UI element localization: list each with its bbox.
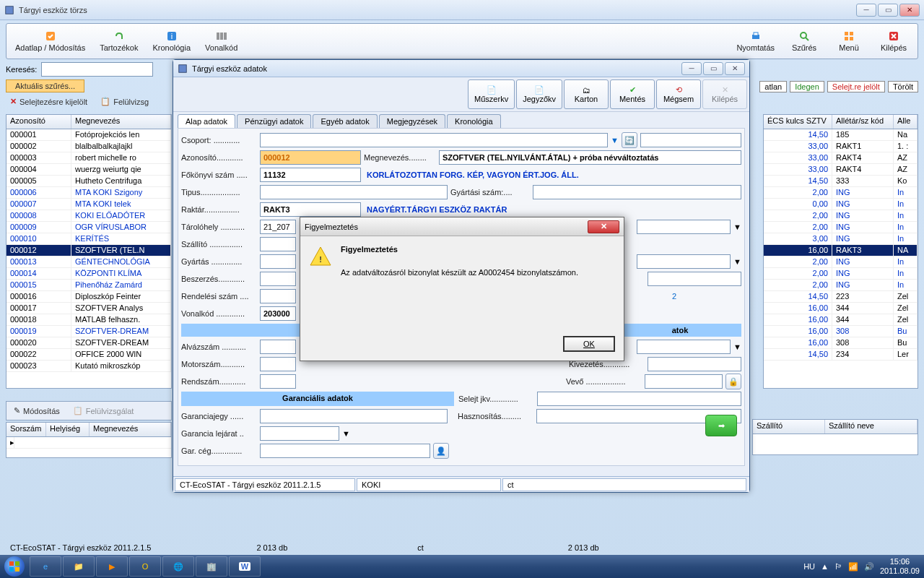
table-row[interactable]: 000012SZOFTVER (TEL.N: [6, 245, 171, 256]
tab-egyeb[interactable]: Egyéb adatok: [313, 114, 377, 128]
table-row[interactable]: 14,50333Ko: [764, 176, 918, 187]
table-row[interactable]: 000010KERÍTÉS: [6, 233, 171, 245]
karton-button[interactable]: 🗂Karton: [564, 79, 609, 109]
alvazszam-input[interactable]: [260, 340, 296, 354]
mentes-button[interactable]: ✔Mentés: [610, 79, 655, 109]
table-row[interactable]: 000008KOKI ELŐADÓTER: [6, 210, 171, 222]
col-alletar[interactable]: Allétár/sz kód: [832, 115, 894, 129]
azonosito-input[interactable]: [260, 150, 361, 165]
alert-ok-button[interactable]: OK: [563, 336, 615, 352]
fokonyv-input[interactable]: [260, 168, 361, 182]
table-row[interactable]: 33,00RAKT4AZ: [764, 152, 918, 164]
garceg-person-button[interactable]: 👤: [433, 443, 449, 459]
tab-alap[interactable]: Alap adatok: [178, 114, 235, 128]
close-button[interactable]: ✕: [899, 4, 920, 17]
tipus-input[interactable]: [260, 185, 448, 199]
rendelesi-input[interactable]: [260, 289, 296, 303]
task-word[interactable]: W: [229, 556, 261, 577]
menu-button[interactable]: Menü: [827, 26, 871, 56]
table-row[interactable]: 000013GÉNTECHNOLÓGIA: [6, 256, 171, 268]
table-row[interactable]: 14,50223Zel: [764, 291, 918, 303]
col-megnevezes2[interactable]: Megnevezés: [90, 423, 171, 436]
adatlap-button[interactable]: Adatlap / Módosítás: [9, 26, 92, 56]
right-grid-body[interactable]: 14,50185Na33,00RAKT11. :33,00RAKT4AZ33,0…: [764, 129, 918, 361]
alert-close-button[interactable]: ✕: [588, 220, 619, 233]
col-szallito-neve[interactable]: Szállító neve: [825, 420, 918, 434]
table-row[interactable]: 2,00INGIn: [764, 187, 918, 199]
gyartasi-input[interactable]: [533, 185, 741, 199]
table-row[interactable]: 000009OGR VÍRUSLABOR: [6, 222, 171, 233]
garanciajegy-input[interactable]: [260, 409, 448, 423]
col-megnevezes[interactable]: Megnevezés: [71, 115, 171, 129]
task-ie[interactable]: e: [30, 556, 61, 577]
table-row[interactable]: 000022OFFICE 2000 WIN: [6, 349, 171, 361]
vonalkod-input[interactable]: [260, 306, 296, 321]
kivezetes-input[interactable]: [648, 357, 741, 371]
selejt-input[interactable]: [537, 392, 741, 406]
muszerkv-button[interactable]: 📄Műszerkv: [468, 79, 515, 109]
task-explorer[interactable]: 📁: [63, 556, 95, 577]
task-app1[interactable]: 🌐: [162, 556, 194, 577]
beszerzes-input[interactable]: [260, 272, 296, 286]
flag-icon[interactable]: 🏳: [834, 562, 842, 571]
garceg-input[interactable]: [260, 444, 430, 458]
start-button[interactable]: [0, 555, 29, 578]
gyartas-combo[interactable]: [637, 254, 731, 269]
kilepes-button[interactable]: Kilépés: [872, 26, 915, 56]
table-row[interactable]: 33,00RAKT11. :: [764, 141, 918, 152]
table-row[interactable]: 2,00INGIn: [764, 280, 918, 291]
table-row[interactable]: 2,00INGIn: [764, 268, 918, 280]
tab-penzugyi[interactable]: Pénzügyi adatok: [237, 114, 311, 128]
clock[interactable]: 15:06 2011.08.09: [880, 557, 920, 576]
volume-icon[interactable]: 🔊: [864, 562, 874, 571]
next-button[interactable]: ➡: [705, 415, 737, 436]
table-row[interactable]: 000016Diploszkóp Feinter: [6, 291, 171, 303]
task-app2[interactable]: 🏢: [196, 556, 227, 577]
maximize-button[interactable]: ▭: [878, 4, 898, 17]
filter-selejt[interactable]: Selejt.re jelölt: [827, 81, 885, 92]
table-row[interactable]: 000007MTA KOKI telek: [6, 199, 171, 210]
current-filter-button[interactable]: Aktuális szűrés...: [6, 79, 84, 92]
rendszam-input[interactable]: [260, 374, 296, 389]
table-row[interactable]: 000006MTA KOKI Szigony: [6, 187, 171, 199]
table-row[interactable]: 000001Fotóprojekciós len: [6, 129, 171, 141]
table-row[interactable]: 000015Pihenőház Zamárd: [6, 280, 171, 291]
table-row[interactable]: 000002blalbalbalkajlajkl: [6, 141, 171, 152]
table-row[interactable]: 000020SZOFTVER-DREAM: [6, 337, 171, 349]
table-row[interactable]: 16,00344Zel: [764, 303, 918, 314]
table-row[interactable]: 0,00INGIn: [764, 199, 918, 210]
filter-atlan[interactable]: atlan: [759, 81, 787, 92]
csoport-combo[interactable]: [260, 133, 608, 147]
csoport-extra[interactable]: [640, 133, 741, 147]
table-row[interactable]: 000017SZOFTVER Analys: [6, 303, 171, 314]
vevo-input[interactable]: [645, 374, 723, 389]
sw-minimize[interactable]: ─: [681, 62, 702, 75]
table-row[interactable]: 16,00RAKT3NA: [764, 245, 918, 256]
jegyzokv-button[interactable]: 📄Jegyzőkv: [516, 79, 562, 109]
megnevezes-input[interactable]: [439, 150, 741, 165]
feluv-action[interactable]: 📋 Felülvizsg: [96, 95, 153, 108]
network-icon[interactable]: 📶: [848, 562, 858, 571]
csoport-refresh-button[interactable]: 🔄: [622, 132, 637, 148]
left-grid-body[interactable]: 000001Fotóprojekciós len000002blalbalbal…: [6, 129, 171, 372]
table-row[interactable]: 14,50234Ler: [764, 349, 918, 361]
table-row[interactable]: 2,00INGIn: [764, 222, 918, 233]
tab-megjegyzesek[interactable]: Megjegyzések: [379, 114, 445, 128]
task-media[interactable]: ▶: [96, 556, 128, 577]
garancia-lejarat-input[interactable]: [260, 426, 339, 441]
table-row[interactable]: 2,00INGIn: [764, 256, 918, 268]
sw-close[interactable]: ✕: [725, 62, 745, 75]
feluv-bottom-action[interactable]: 📋 Felülvizsgálat: [69, 405, 139, 417]
minimize-button[interactable]: ─: [856, 4, 876, 17]
raktar-input[interactable]: [260, 202, 361, 217]
table-row[interactable]: 000003robert michelle ro: [6, 152, 171, 164]
tarolohely-input[interactable]: [260, 220, 296, 234]
nyomtatas-button[interactable]: Nyomtatás: [730, 26, 781, 56]
motorszam-input[interactable]: [260, 357, 296, 371]
col-ecs[interactable]: ÉCS kulcs SZTV: [764, 115, 832, 129]
kronologia-button[interactable]: i Kronológia: [146, 26, 197, 56]
modositas-action[interactable]: ✎ Módosítás: [9, 405, 64, 417]
table-row[interactable]: 000023Kutató mikroszkóp: [6, 361, 171, 372]
table-row[interactable]: 000005Hutheto Centrifuga: [6, 176, 171, 187]
table-row[interactable]: 16,00308Bu: [764, 337, 918, 349]
